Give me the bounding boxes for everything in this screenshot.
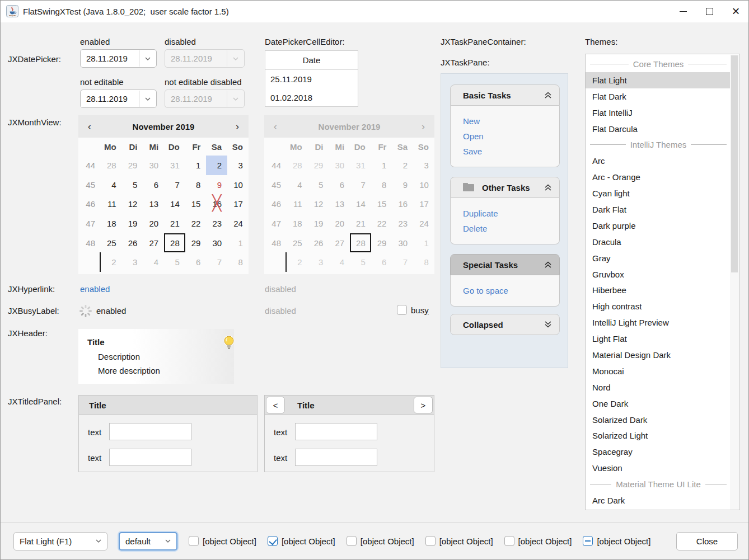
calendar-cell[interactable]: 24 — [227, 214, 249, 233]
theme-item[interactable]: Solarized Light — [586, 427, 731, 444]
date-table-row[interactable]: 01.02.2018 — [265, 88, 358, 107]
calendar-cell[interactable]: 29 — [185, 233, 207, 253]
calendar-cell[interactable]: 20 — [143, 214, 164, 233]
calendar-cell[interactable]: 29 — [122, 156, 143, 175]
calendar-cell[interactable]: 7 — [206, 252, 227, 272]
datepicker-value[interactable]: 28.11.2019 — [81, 54, 139, 63]
titled-panel-next-button[interactable]: > — [414, 397, 433, 413]
theme-item[interactable]: Spacegray — [586, 444, 731, 460]
calendar-cell[interactable]: 30 — [143, 156, 164, 175]
calendar-cell[interactable]: 7 — [164, 175, 185, 195]
close-button[interactable]: × — [723, 0, 749, 22]
theme-item[interactable]: Gruvbox — [586, 266, 731, 283]
task-link[interactable]: Delete — [463, 221, 559, 236]
theme-item[interactable]: Light Flat — [586, 331, 731, 347]
hyperlink-enabled[interactable]: enabled — [80, 284, 110, 294]
calendar-cell[interactable]: 21 — [164, 214, 185, 233]
checkbox[interactable] — [425, 536, 436, 546]
text-field-1[interactable] — [295, 423, 377, 440]
theme-item[interactable]: Solarized Dark — [586, 412, 731, 428]
mode-combobox[interactable]: default — [119, 532, 177, 550]
calendar-cell[interactable]: 5 — [164, 252, 185, 272]
taskpane-special-header[interactable]: Special Tasks — [450, 254, 560, 275]
date-table-row[interactable]: 25.11.2019 — [265, 70, 358, 88]
option-checkbox-item[interactable]: [object Object] — [504, 536, 572, 546]
next-month-icon[interactable]: › — [226, 120, 249, 133]
theme-item[interactable]: Dark Flat — [586, 201, 731, 218]
chevron-down-icon[interactable] — [139, 97, 156, 101]
calendar-cell[interactable]: 8 — [185, 175, 207, 195]
prev-month-icon[interactable]: ‹ — [78, 120, 101, 133]
datepicker-enabled[interactable]: 28.11.2019 — [80, 49, 157, 68]
calendar-cell[interactable]: 13 — [143, 194, 164, 214]
theme-item[interactable]: Monocai — [586, 363, 731, 379]
busy-checkbox[interactable] — [397, 305, 407, 315]
calendar-cell[interactable]: 1 — [227, 233, 249, 253]
theme-item[interactable]: Flat Darcula — [586, 121, 731, 137]
taskpane-basic-header[interactable]: Basic Tasks — [450, 84, 560, 106]
calendar-cell[interactable]: 30 — [206, 233, 227, 253]
text-field-2[interactable] — [295, 449, 377, 466]
chevron-double-up-icon[interactable] — [544, 91, 553, 99]
busy-checkbox-item[interactable]: busy — [397, 305, 429, 315]
calendar-cell[interactable]: 17 — [227, 194, 249, 214]
option-checkbox-item[interactable]: [object Object] — [268, 536, 335, 546]
theme-item[interactable]: Dark purple — [586, 218, 731, 234]
theme-item[interactable]: IntelliJ Light Preview — [586, 314, 731, 331]
task-link[interactable]: Go to space — [463, 283, 559, 298]
checkbox[interactable] — [268, 536, 278, 546]
calendar-cell[interactable]: 26 — [122, 233, 143, 253]
theme-item[interactable]: Gray — [586, 250, 731, 266]
calendar-cell[interactable]: 1 — [185, 156, 207, 175]
theme-item[interactable]: Arc - Orange — [586, 169, 731, 185]
calendar-cell[interactable]: 2 — [206, 156, 227, 175]
calendar-cell[interactable]: 4 — [143, 252, 164, 272]
calendar-cell[interactable]: 15 — [185, 194, 207, 214]
chevron-down-icon[interactable] — [90, 539, 107, 543]
calendar-cell[interactable]: 4 — [101, 175, 122, 195]
calendar-cell[interactable]: 5 — [122, 175, 143, 195]
task-link[interactable]: Save — [463, 144, 559, 159]
chevron-down-icon[interactable] — [160, 539, 176, 543]
text-field-1[interactable] — [109, 423, 191, 440]
date-column-header[interactable]: Date — [265, 51, 358, 70]
theme-item[interactable]: Cyan light — [586, 185, 731, 201]
theme-combobox[interactable]: Flat Light (F1) — [13, 532, 107, 550]
calendar-cell[interactable]: 27 — [143, 233, 164, 253]
task-link[interactable]: Duplicate — [463, 206, 559, 221]
theme-item[interactable]: Dracula — [586, 234, 731, 250]
themes-scrollbar-thumb[interactable] — [731, 55, 738, 272]
task-link[interactable]: Open — [463, 129, 559, 144]
calendar-cell[interactable]: 22 — [185, 214, 207, 233]
calendar-cell[interactable]: 12 — [122, 194, 143, 214]
calendar-cell[interactable]: 3 — [227, 156, 249, 175]
close-dialog-button[interactable]: Close — [676, 532, 738, 550]
minimize-button[interactable] — [670, 0, 696, 22]
calendar-cell[interactable]: 8 — [227, 252, 249, 272]
calendar-cell[interactable]: 16 — [206, 194, 227, 214]
checkbox[interactable] — [189, 536, 199, 546]
taskpane-other-header[interactable]: Other Tasks — [450, 177, 560, 198]
chevron-down-icon[interactable] — [139, 57, 156, 60]
calendar-cell[interactable]: 6 — [185, 252, 207, 272]
calendar-cell[interactable]: 6 — [143, 175, 164, 195]
chevron-double-up-icon[interactable] — [544, 261, 553, 269]
theme-item[interactable]: Arc Dark Contrast — [586, 509, 731, 510]
option-checkbox-item[interactable]: [object Object] — [583, 536, 650, 546]
chevron-double-up-icon[interactable] — [544, 183, 553, 191]
chevron-double-down-icon[interactable] — [544, 321, 553, 328]
theme-item[interactable]: Nord — [586, 379, 731, 396]
task-link[interactable]: New — [463, 114, 559, 129]
calendar-cell[interactable]: 31 — [164, 156, 185, 175]
checkbox[interactable] — [583, 536, 593, 546]
maximize-button[interactable] — [696, 0, 723, 22]
titled-panel-prev-button[interactable]: < — [266, 397, 285, 413]
calendar-cell[interactable]: 9 — [206, 175, 227, 195]
calendar-cell[interactable]: 19 — [122, 214, 143, 233]
calendar-cell[interactable]: 14 — [164, 194, 185, 214]
theme-item[interactable]: Arc — [586, 153, 731, 169]
text-field-2[interactable] — [109, 449, 191, 466]
checkbox[interactable] — [347, 536, 357, 546]
option-checkbox-item[interactable]: [object Object] — [347, 536, 414, 546]
calendar-cell[interactable]: 10 — [227, 175, 249, 195]
